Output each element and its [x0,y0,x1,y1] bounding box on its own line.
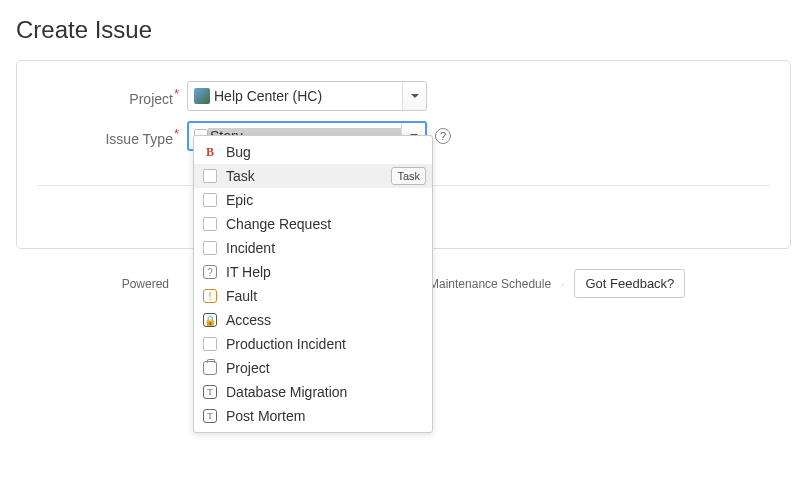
issue-type-option[interactable]: ?IT Help [194,260,432,284]
generic-type-icon [202,240,218,256]
generic-type-icon [202,336,218,352]
issue-type-option[interactable]: !Fault [194,284,432,308]
lock-icon: 🔒 [202,312,218,328]
issue-type-option[interactable]: Production Incident [194,332,432,356]
page-title: Create Issue [16,16,807,44]
project-select[interactable]: Help Center (HC) [187,81,427,111]
issue-type-option[interactable]: TaskTask [194,164,432,188]
option-label: Fault [226,288,422,304]
project-avatar-icon [194,88,210,104]
generic-type-icon [202,192,218,208]
bug-icon: B [202,144,218,160]
generic-type-icon [202,168,218,184]
chevron-down-icon [411,94,419,98]
required-asterisk-icon: * [174,86,179,101]
issue-type-dropdown[interactable]: BBugTaskTaskEpicChange RequestIncident?I… [193,135,433,433]
issue-type-option[interactable]: Project [194,356,432,380]
project-select-value: Help Center (HC) [210,88,402,104]
option-label: Change Request [226,216,422,232]
option-label: Incident [226,240,422,256]
option-tooltip: Task [391,167,426,185]
generic-type-icon [202,216,218,232]
help-icon[interactable]: ? [435,128,451,144]
option-label: Database Migration [226,384,422,400]
type-icon: T [202,384,218,400]
option-label: Bug [226,144,422,160]
fault-icon: ! [202,288,218,304]
issue-type-option[interactable]: BBug [194,140,432,164]
project-label: Project* [37,86,187,107]
option-label: Project [226,360,422,376]
feedback-button[interactable]: Got Feedback? [574,269,685,298]
project-select-caret[interactable] [402,82,426,110]
type-icon: T [202,408,218,424]
required-asterisk-icon: * [174,126,179,141]
project-icon [202,360,218,376]
issue-type-option[interactable]: Incident [194,236,432,260]
option-label: IT Help [226,264,422,280]
project-label-text: Project [129,90,173,106]
issue-type-label: Issue Type* [37,126,187,147]
option-label: Access [226,312,422,328]
issue-type-option[interactable]: TDatabase Migration [194,380,432,404]
footer-maintenance-link[interactable]: Maintenance Schedule [429,277,551,291]
issue-type-option[interactable]: TPost Mortem [194,404,432,428]
option-label: Post Mortem [226,408,422,424]
issue-type-option[interactable]: 🔒Access [194,308,432,332]
footer-powered: Powered [122,277,169,291]
option-label: Production Incident [226,336,422,352]
footer-separator: · [561,277,564,291]
project-row: Project* Help Center (HC) [37,81,770,111]
option-label: Epic [226,192,422,208]
issue-type-label-text: Issue Type [105,130,172,146]
it-help-icon: ? [202,264,218,280]
issue-type-option[interactable]: Change Request [194,212,432,236]
issue-type-option[interactable]: Epic [194,188,432,212]
